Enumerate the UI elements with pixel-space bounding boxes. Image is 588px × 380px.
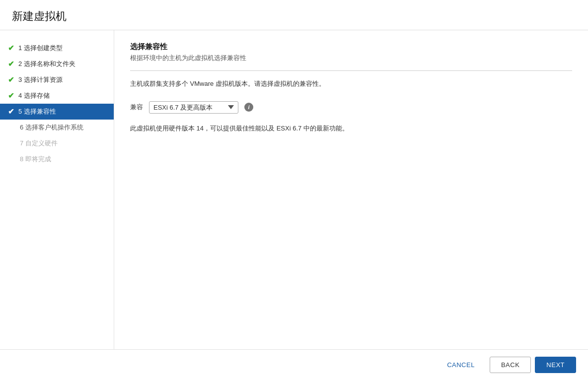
sidebar-item-step4[interactable]: ✔ 4 选择存储 [0, 88, 114, 104]
sidebar-item-step5[interactable]: ✔ 5 选择兼容性 [0, 104, 114, 120]
section-divider [130, 70, 572, 71]
hardware-note: 此虚拟机使用硬件版本 14，可以提供最佳性能以及 ESXi 6.7 中的最新功能… [130, 124, 572, 134]
compat-select[interactable]: ESXi 6.7 及更高版本 ESXi 6.5 及更高版本 ESXi 6.0 及… [149, 101, 238, 114]
compat-label: 兼容 [130, 103, 143, 112]
sidebar-item-label-step2: 2 选择名称和文件夹 [18, 60, 75, 68]
sidebar-item-step7: 7 自定义硬件 [0, 135, 114, 151]
sidebar-item-label-step4: 4 选择存储 [18, 91, 50, 100]
section-subtitle: 根据环境中的主机为此虚拟机选择兼容性 [130, 54, 572, 63]
dialog-title: 新建虚拟机 [12, 9, 576, 24]
check-icon-step4: ✔ [8, 91, 14, 100]
dialog-header: 新建虚拟机 [0, 0, 588, 30]
check-icon-step3: ✔ [8, 75, 14, 84]
cancel-button[interactable]: CANCEL [436, 357, 486, 373]
check-icon-step5: ✔ [8, 107, 14, 116]
new-vm-dialog: 新建虚拟机 ✔ 1 选择创建类型 ✔ 2 选择名称和文件夹 ✔ 3 选择计算资源… [0, 0, 588, 380]
dialog-body: ✔ 1 选择创建类型 ✔ 2 选择名称和文件夹 ✔ 3 选择计算资源 ✔ 4 选… [0, 30, 588, 349]
dialog-footer: CANCEL BACK NEXT [0, 349, 588, 380]
sidebar-item-label-step7: 7 自定义硬件 [20, 139, 58, 148]
sidebar: ✔ 1 选择创建类型 ✔ 2 选择名称和文件夹 ✔ 3 选择计算资源 ✔ 4 选… [0, 30, 114, 349]
sidebar-item-label-step1: 1 选择创建类型 [18, 44, 63, 53]
sidebar-item-label-step8: 8 即将完成 [20, 155, 51, 164]
sidebar-item-label-step3: 3 选择计算资源 [18, 75, 63, 84]
info-icon[interactable]: i [244, 103, 253, 112]
description-text: 主机或群集支持多个 VMware 虚拟机版本。请选择虚拟机的兼容性。 [130, 79, 572, 89]
sidebar-item-label-step6: 6 选择客户机操作系统 [20, 123, 83, 132]
sidebar-item-step1[interactable]: ✔ 1 选择创建类型 [0, 40, 114, 56]
main-content: 选择兼容性 根据环境中的主机为此虚拟机选择兼容性 主机或群集支持多个 VMwar… [114, 30, 588, 349]
compat-form-row: 兼容 ESXi 6.7 及更高版本 ESXi 6.5 及更高版本 ESXi 6.… [130, 101, 572, 114]
sidebar-item-step2[interactable]: ✔ 2 选择名称和文件夹 [0, 56, 114, 72]
sidebar-item-step6[interactable]: 6 选择客户机操作系统 [0, 120, 114, 135]
check-icon-step1: ✔ [8, 44, 14, 53]
back-button[interactable]: BACK [490, 357, 531, 373]
sidebar-item-step8: 8 即将完成 [0, 151, 114, 167]
section-title: 选择兼容性 [130, 42, 572, 52]
sidebar-item-label-step5: 5 选择兼容性 [18, 107, 56, 116]
sidebar-item-step3[interactable]: ✔ 3 选择计算资源 [0, 72, 114, 88]
next-button[interactable]: NEXT [535, 357, 576, 373]
check-icon-step2: ✔ [8, 60, 14, 68]
